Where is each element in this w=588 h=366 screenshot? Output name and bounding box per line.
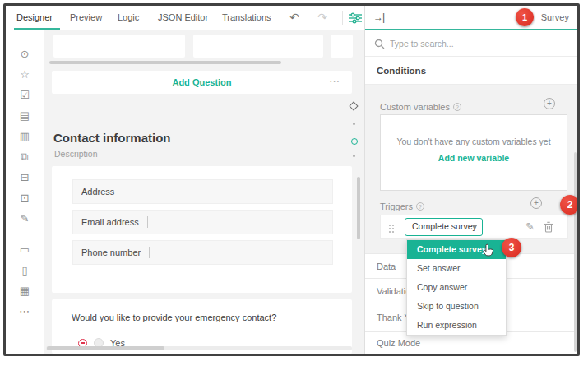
menu-item-copy-answer[interactable]: Copy answer: [407, 278, 506, 297]
text-caret: [147, 216, 148, 228]
question-card-partial[interactable]: [331, 35, 353, 58]
horizontal-scrollbar[interactable]: [49, 61, 281, 64]
design-surface: Add Question ⋯ Contact information Descr…: [44, 30, 364, 354]
help-icon[interactable]: ?: [416, 202, 424, 211]
text-caret: [149, 247, 150, 258]
undo-icon[interactable]: ↶: [284, 6, 305, 30]
page-title[interactable]: Contact information: [53, 131, 171, 145]
collapse-panel-icon[interactable]: →|: [373, 6, 384, 29]
help-icon[interactable]: ?: [453, 103, 461, 111]
add-trigger-button[interactable]: +: [530, 197, 542, 209]
add-new-variable-link[interactable]: Add new variable: [381, 153, 567, 163]
toolbox-checkbox-icon[interactable]: ☑: [15, 85, 35, 105]
page-navigator-dot[interactable]: [353, 155, 355, 157]
field-label: Phone number: [81, 248, 141, 257]
page-navigator-current-page-icon[interactable]: [351, 138, 358, 145]
property-panel: →| Survey Conditions Custom variables? +…: [364, 6, 577, 354]
toolbox-radiogroup-icon[interactable]: ⊙: [15, 44, 35, 64]
custom-variables-empty-box: You don't have any custom variables yet …: [380, 114, 567, 191]
survey-creator-app: Designer Preview Logic JSON Editor Trans…: [6, 6, 577, 354]
page-description[interactable]: Description: [54, 149, 98, 159]
drag-handle-icon[interactable]: [388, 222, 395, 237]
tab-json-editor[interactable]: JSON Editor: [158, 6, 208, 30]
panel-title: Survey: [541, 6, 569, 29]
toolbox-signature-icon[interactable]: ✎: [15, 208, 35, 229]
toolbox-matrix-icon[interactable]: ▦: [15, 280, 35, 301]
toolbox-boolean-icon[interactable]: ⧉: [15, 146, 35, 167]
custom-variables-empty-text: You don't have any custom variables yet: [381, 137, 567, 146]
search-icon: [374, 38, 385, 53]
page-navigator-diamond-icon[interactable]: [349, 101, 358, 110]
canvas-vertical-scrollbar[interactable]: [357, 177, 360, 239]
tab-preview[interactable]: Preview: [70, 6, 102, 30]
selected-trigger-value: Complete survey: [412, 219, 477, 234]
toolbar-divider: [342, 11, 343, 25]
more-options-icon[interactable]: ⋯: [329, 71, 340, 92]
screenshot-frame: Designer Preview Logic JSON Editor Trans…: [3, 3, 580, 356]
question-card-partial[interactable]: [53, 35, 185, 58]
toolbox-divider: [15, 234, 35, 234]
search-input[interactable]: [390, 35, 554, 52]
edit-trigger-icon[interactable]: ✎: [525, 215, 535, 238]
hand-cursor-icon: [483, 243, 495, 261]
text-caret: [123, 186, 123, 197]
toolbox-more-icon[interactable]: ⋯: [15, 301, 35, 322]
toolbox-multiselect-icon[interactable]: ▥: [15, 126, 35, 146]
tab-logic[interactable]: Logic: [118, 6, 139, 30]
panel-header: →| Survey: [365, 6, 577, 29]
page-navigator-dot[interactable]: [353, 123, 355, 125]
toolbox-long-text-icon[interactable]: ▯: [15, 260, 35, 280]
phone-number-field[interactable]: Phone number: [72, 240, 333, 265]
search-row: [365, 30, 577, 57]
annotation-badge-3: 3: [502, 238, 521, 257]
add-question-bar[interactable]: Add Question ⋯: [52, 71, 352, 94]
add-question-button[interactable]: Add Question: [52, 71, 352, 94]
menu-item-run-expression[interactable]: Run expression: [407, 316, 506, 335]
trigger-type-select[interactable]: Complete survey: [405, 218, 483, 236]
tab-designer[interactable]: Designer: [16, 6, 53, 30]
toolbox-single-input-icon[interactable]: ▭: [15, 239, 35, 260]
contact-panel-card[interactable]: Address Email address Phone number: [52, 166, 352, 293]
custom-variables-label: Custom variables?: [380, 99, 461, 114]
field-label: Email address: [81, 217, 139, 227]
toolbox-file-icon[interactable]: ⊟: [15, 167, 35, 188]
triggers-label: Triggers?: [380, 198, 424, 213]
menu-item-set-answer[interactable]: Set answer: [407, 259, 506, 278]
tab-translations[interactable]: Translations: [222, 6, 271, 30]
menu-item-skip-to-question[interactable]: Skip to question: [407, 297, 506, 316]
conditions-section-header[interactable]: Conditions: [365, 57, 577, 85]
address-field[interactable]: Address: [72, 179, 333, 204]
field-label: Address: [81, 187, 114, 197]
chevron-down-icon: [472, 225, 477, 229]
email-address-field[interactable]: Email address: [72, 210, 333, 234]
bottom-scrollbar-thumb[interactable]: [47, 346, 164, 350]
delete-trigger-icon[interactable]: [544, 221, 553, 236]
settings-sliders-icon[interactable]: [349, 12, 362, 27]
main-toolbar: Designer Preview Logic JSON Editor Trans…: [6, 6, 364, 30]
panel-vertical-scrollbar[interactable]: [574, 152, 577, 352]
add-custom-variable-button[interactable]: +: [544, 98, 555, 109]
annotation-badge-2: 2: [560, 195, 577, 215]
trigger-item-row: Complete survey ✎: [380, 215, 568, 239]
redo-icon[interactable]: ↷: [312, 6, 333, 30]
question-card-partial[interactable]: [193, 35, 323, 58]
active-tab-underline: [14, 28, 60, 30]
question-toolbox-sidebar: ⊙ ☆ ☑ ▤ ▥ ⧉ ⊟ ⊡ ✎ ▭ ▯ ▦ ⋯: [6, 30, 44, 354]
toolbox-rating-icon[interactable]: ☆: [15, 64, 35, 85]
question-title[interactable]: Would you like to provide your emergency…: [72, 313, 276, 322]
custom-variables-text: Custom variables: [380, 102, 450, 112]
toolbox-dropdown-icon[interactable]: ▤: [15, 105, 35, 126]
triggers-text: Triggers: [380, 202, 413, 211]
toolbox-image-picker-icon[interactable]: ⊡: [15, 188, 35, 208]
annotation-badge-1: 1: [516, 8, 534, 26]
